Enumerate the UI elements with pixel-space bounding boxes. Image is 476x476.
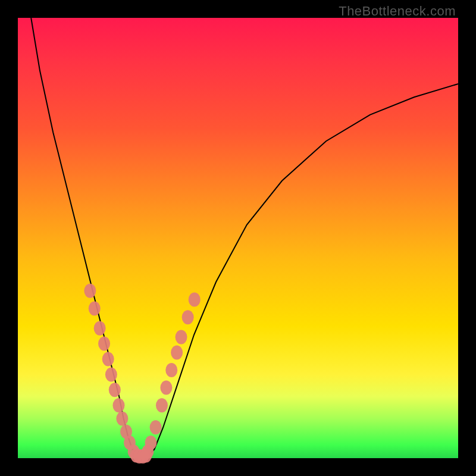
data-marker [145,436,156,450]
data-marker [165,363,177,377]
data-marker [98,337,110,351]
data-marker [160,381,172,395]
curve-layer [31,18,458,456]
chart-svg [18,18,458,458]
data-marker [171,345,183,359]
plot-area [18,18,458,458]
data-marker [140,449,152,463]
marker-layer [84,284,200,464]
data-marker [116,411,128,425]
data-marker [102,352,114,367]
bottleneck-curve [31,18,458,456]
data-marker [182,310,194,324]
data-marker [109,383,121,397]
data-marker [150,420,162,434]
data-marker [189,293,201,307]
data-marker [94,321,106,336]
data-marker [89,301,101,315]
data-marker [84,284,96,298]
data-marker [105,367,117,381]
data-marker [176,330,187,345]
watermark-text: TheBottleneck.com [339,4,456,19]
chart-frame: TheBottleneck.com [0,0,476,476]
data-marker [112,398,124,412]
data-marker [156,398,168,412]
